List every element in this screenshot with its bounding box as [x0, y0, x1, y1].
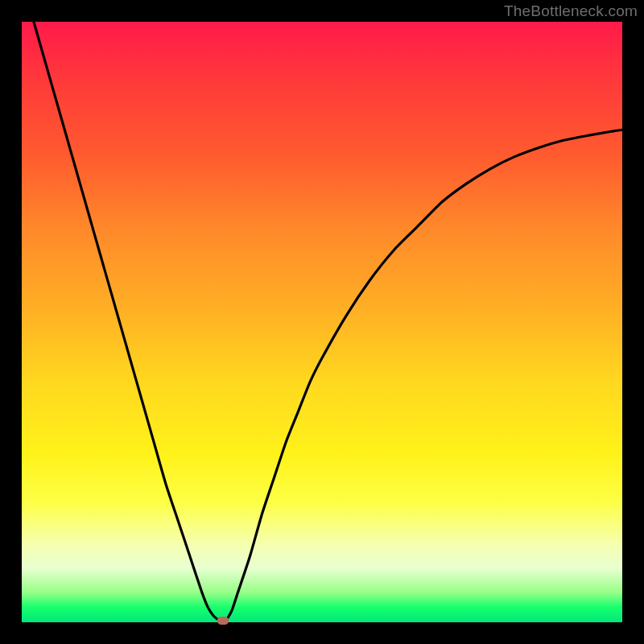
bottleneck-curve: [22, 22, 622, 622]
watermark-text: TheBottleneck.com: [504, 2, 638, 20]
plot-area: [22, 22, 622, 622]
minimum-marker: [217, 617, 229, 625]
chart-frame: TheBottleneck.com: [0, 0, 644, 644]
